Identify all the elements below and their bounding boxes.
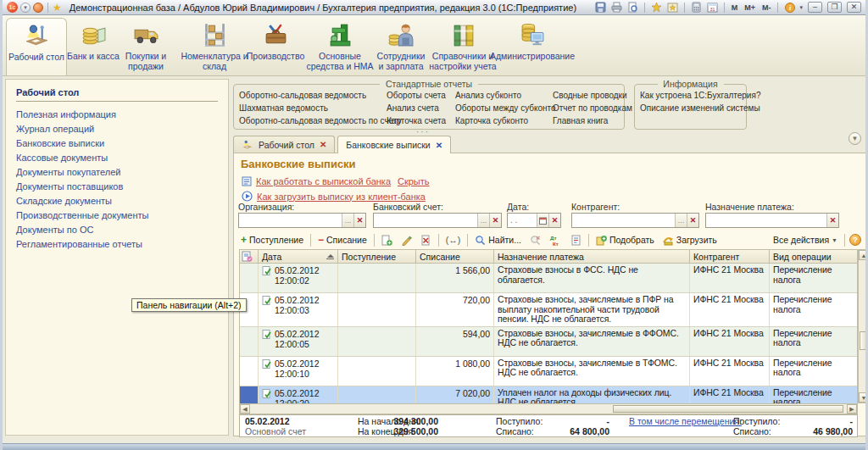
choose-button[interactable]: …	[675, 214, 687, 227]
header-doc-icon[interactable]	[240, 250, 259, 263]
section-employees-salary[interactable]: Сотрудники и зарплата	[374, 18, 428, 75]
writeoff-button[interactable]: −Списание	[315, 233, 370, 247]
org-filter-input[interactable]: …✕	[238, 213, 366, 228]
scroll-down-icon[interactable]: ▼	[859, 392, 868, 403]
horizontal-scroll-thumb[interactable]	[613, 405, 843, 413]
delete-button[interactable]	[418, 234, 434, 247]
sidebar-item[interactable]: Банковские выписки	[6, 136, 228, 151]
info-icon[interactable]: i	[783, 2, 796, 14]
vertical-scrollbar[interactable]: ▲ ▼	[858, 249, 868, 403]
calendar-icon[interactable]: 31	[706, 2, 719, 14]
table-row[interactable]: 05.02.201212:00:05 594,00 Страховые взно…	[240, 327, 857, 357]
section-inventory-warehouse[interactable]: Номенклатура и склад	[181, 18, 248, 75]
table-row[interactable]: 05.02.201212:00:02 1 566,00 Страховые вз…	[240, 264, 857, 293]
transfers-link[interactable]: В том числе перемещения:	[629, 416, 742, 426]
sidebar-item[interactable]: Документы покупателей	[6, 165, 228, 180]
clear-button[interactable]: ✕	[353, 214, 365, 227]
pick-button[interactable]: Подобрать	[593, 234, 657, 247]
column-header-contractor[interactable]: Контрагент	[690, 250, 770, 263]
report-link[interactable]: Анализ субконто	[455, 91, 521, 100]
scroll-right-icon[interactable]: ▶	[847, 404, 857, 414]
section-purchases-sales[interactable]: Покупки и продажи	[120, 18, 172, 75]
table-row[interactable]: 05.02.201212:00:03 720,00 Страховые взно…	[240, 293, 857, 327]
section-production[interactable]: Производство	[248, 18, 303, 75]
table-row[interactable]: 05.02.201212:00:20 7 020,00 Уплачен нало…	[240, 386, 857, 404]
set-interval-button[interactable]: (↔)	[443, 234, 464, 246]
info-dropdown-chevron-icon[interactable]: ▾	[799, 4, 803, 11]
section-administration[interactable]: Администрирование	[498, 18, 567, 75]
sidebar-item[interactable]: Документы по ОС	[6, 223, 228, 237]
favorites-star-icon[interactable]: ★	[53, 3, 62, 13]
report-button[interactable]	[568, 234, 584, 247]
info-link[interactable]: Как устроена 1С:Бухгалтерия?	[640, 91, 760, 100]
app-logo-1c-icon[interactable]: 1с	[7, 2, 18, 13]
calculator-icon[interactable]	[690, 2, 703, 14]
memory-m-minus-button[interactable]: M-	[760, 3, 773, 12]
close-tab-icon[interactable]: ✕	[320, 140, 326, 149]
show-postings-dtkt-button[interactable]: ДтКт	[547, 234, 565, 247]
clear-button[interactable]: ✕	[826, 214, 838, 227]
section-desktop[interactable]: Рабочий стол	[6, 18, 67, 75]
minimize-button[interactable]: –	[808, 2, 822, 13]
memory-m-button[interactable]: M	[730, 3, 740, 12]
print-icon[interactable]	[610, 2, 623, 14]
report-link[interactable]: Карточка субконто	[455, 116, 528, 125]
close-button[interactable]: ✕	[847, 2, 861, 13]
table-row[interactable]: 05.02.201212:00:10 1 080,00 Страховые вз…	[240, 357, 857, 386]
tab-bank-statements[interactable]: Банковские выписки ✕	[337, 136, 451, 153]
scroll-left-icon[interactable]: ◀	[240, 404, 250, 414]
restore-button[interactable]: ❐	[827, 2, 842, 13]
column-header-purpose[interactable]: Назначение платежа	[494, 250, 690, 263]
add-document-button[interactable]	[379, 234, 395, 247]
close-tab-icon[interactable]: ✕	[436, 141, 442, 150]
receipt-button[interactable]: +Поступление	[238, 233, 306, 247]
vertical-scroll-thumb[interactable]	[860, 331, 868, 350]
section-fixed-assets[interactable]: Основные средства и НМА	[303, 18, 377, 75]
sidebar-item[interactable]: Производственные документы	[6, 208, 228, 223]
report-link[interactable]: Сводные проводки	[553, 91, 627, 100]
report-link[interactable]: Шахматная ведомость	[239, 103, 328, 113]
print-preview-icon[interactable]	[626, 2, 639, 14]
report-link[interactable]: Оборотно-сальдовая ведомость по счету	[239, 116, 402, 125]
scroll-up-icon[interactable]: ▲	[859, 250, 868, 260]
how-to-load-link[interactable]: Как загрузить выписку из клиент-банка	[257, 192, 426, 202]
column-header-date[interactable]: Дата	[259, 250, 338, 263]
report-link[interactable]: Карточка счета	[387, 116, 446, 125]
main-menu-chevron-icon[interactable]: ▾	[20, 3, 31, 13]
hide-link[interactable]: Скрыть	[398, 176, 430, 186]
home-round-icon[interactable]	[33, 3, 43, 13]
favorites-list-icon[interactable]	[666, 2, 679, 14]
report-link[interactable]: Обороты между субконто	[455, 103, 556, 113]
clear-find-button[interactable]	[527, 234, 543, 247]
report-link[interactable]: Обороты счета	[387, 91, 446, 100]
clear-button[interactable]: ✕	[489, 214, 501, 227]
save-icon[interactable]	[594, 2, 607, 14]
section-directories-settings[interactable]: Справочники и настройки учета	[428, 18, 498, 75]
date-filter-input[interactable]: . . ✕	[507, 213, 561, 228]
sidebar-item[interactable]: Регламентированные отчеты	[6, 237, 228, 252]
report-link[interactable]: Отчет по проводкам	[553, 103, 632, 113]
contractor-filter-input[interactable]: …✕	[571, 213, 699, 228]
sidebar-item[interactable]: Складские документы	[6, 194, 228, 208]
memory-m-plus-button[interactable]: M+	[743, 3, 757, 12]
horizontal-scrollbar[interactable]: ◀ ▶	[239, 403, 858, 414]
all-actions-button[interactable]: Все действия▼	[771, 234, 840, 246]
sidebar-item[interactable]: Полезная информация	[6, 108, 228, 122]
edit-pencil-button[interactable]	[398, 234, 415, 247]
find-button[interactable]: Найти...	[472, 234, 524, 247]
tab-desktop[interactable]: Рабочий стол ✕	[233, 136, 335, 153]
section-bank-cash[interactable]: Банк и касса	[67, 18, 120, 75]
report-link[interactable]: Главная книга	[553, 116, 608, 125]
purpose-filter-input[interactable]: ✕	[705, 213, 839, 228]
clear-button[interactable]: ✕	[548, 214, 560, 227]
choose-button[interactable]: …	[477, 214, 489, 227]
add-favorite-icon[interactable]	[650, 2, 663, 14]
collapse-panel-chevron-icon[interactable]: ▼	[849, 132, 861, 145]
calendar-picker-icon[interactable]	[537, 214, 548, 227]
report-link[interactable]: Оборотно-сальдовая ведомость	[239, 91, 366, 100]
account-filter-input[interactable]: …✕	[373, 213, 502, 228]
sidebar-item[interactable]: Кассовые документы	[6, 151, 228, 165]
choose-button[interactable]: …	[342, 214, 353, 227]
info-link[interactable]: Описание изменений системы	[640, 103, 760, 113]
sidebar-item[interactable]: Журнал операций	[6, 122, 228, 136]
